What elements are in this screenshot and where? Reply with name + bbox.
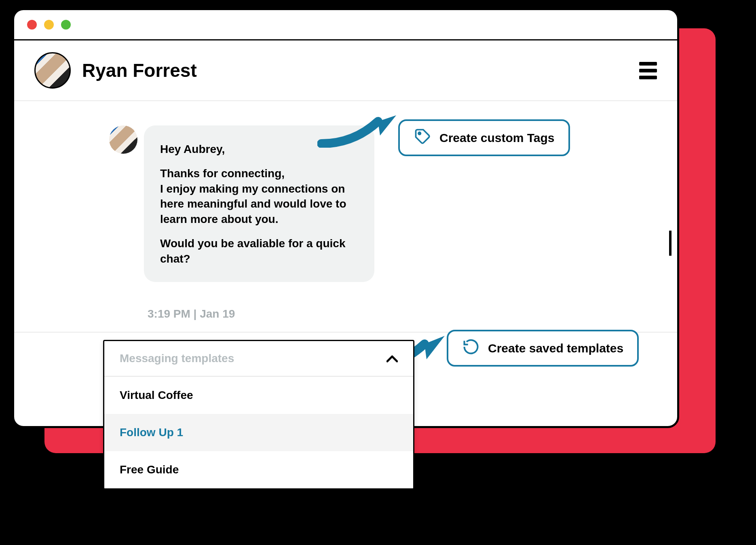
tag-icon <box>414 127 431 148</box>
message-bubble: Hey Aubrey, Thanks for connecting,I enjo… <box>144 125 374 282</box>
window-minimize-dot[interactable] <box>44 20 54 30</box>
chevron-up-icon <box>386 352 398 365</box>
templates-dropdown: Messaging templates Virtual CoffeeFollow… <box>103 340 414 490</box>
avatar[interactable] <box>34 52 71 89</box>
arrow-icon <box>317 109 398 148</box>
templates-dropdown-title: Messaging templates <box>120 352 234 365</box>
create-tags-label: Create custom Tags <box>439 131 555 145</box>
conversation-header: Ryan Forrest <box>14 40 677 101</box>
message-cta: Would you be avaliable for a quick chat? <box>160 236 358 267</box>
window-close-dot[interactable] <box>27 20 37 30</box>
message-body: Thanks for connecting,I enjoy making my … <box>160 166 358 227</box>
templates-dropdown-item[interactable]: Free Guide <box>104 451 413 488</box>
create-templates-label: Create saved templates <box>488 341 623 355</box>
text-cursor <box>669 231 672 256</box>
message-timestamp: 3:19 PM | Jan 19 <box>148 307 235 320</box>
svg-point-0 <box>418 132 421 135</box>
window-maximize-dot[interactable] <box>61 20 71 30</box>
create-tags-button[interactable]: Create custom Tags <box>398 119 570 156</box>
user-name: Ryan Forrest <box>82 59 197 81</box>
refresh-icon <box>462 338 480 358</box>
window-titlebar <box>14 10 677 40</box>
create-templates-button[interactable]: Create saved templates <box>447 330 639 367</box>
templates-dropdown-item[interactable]: Follow Up 1 <box>104 414 413 451</box>
avatar <box>109 125 137 154</box>
templates-dropdown-item[interactable]: Virtual Coffee <box>104 377 413 414</box>
menu-icon[interactable] <box>639 62 657 79</box>
header-left: Ryan Forrest <box>34 52 197 89</box>
templates-dropdown-toggle[interactable]: Messaging templates <box>104 341 413 377</box>
message-row: Hey Aubrey, Thanks for connecting,I enjo… <box>109 125 374 282</box>
